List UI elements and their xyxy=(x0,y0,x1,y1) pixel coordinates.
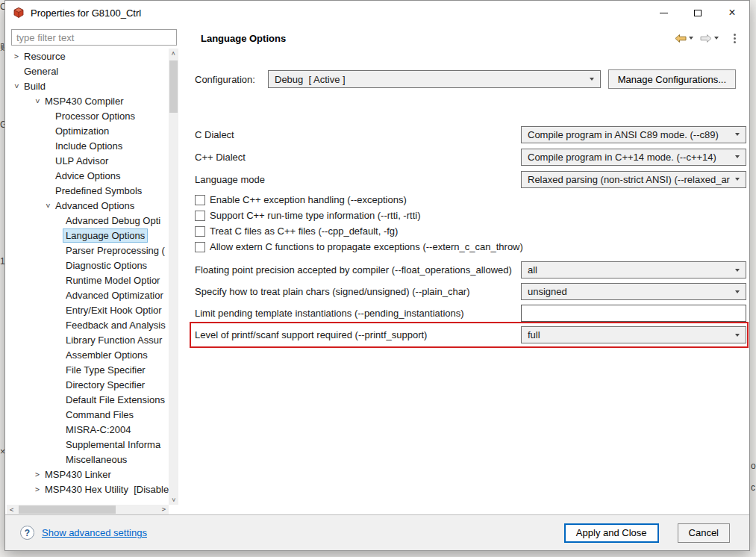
tree-item-miscellaneous[interactable]: Miscellaneous xyxy=(5,452,169,467)
tree-item-entry-exit-hook-optior[interactable]: Entry/Exit Hook Optior xyxy=(5,302,169,317)
tree-item-msp430-linker[interactable]: >MSP430 Linker xyxy=(5,467,169,482)
chevron-down-icon xyxy=(731,334,744,337)
dropdown[interactable]: Compile program in C++14 mode. (--c++14) xyxy=(521,149,746,166)
dropdown[interactable]: Relaxed parsing (non-strict ANSI) (--rel… xyxy=(521,171,746,188)
dialog-body: >ResourceGeneral>Build>MSP430 CompilerPr… xyxy=(5,25,749,514)
scroll-down-icon[interactable]: > xyxy=(169,495,178,505)
help-icon[interactable]: ? xyxy=(20,526,34,540)
tree-item-build[interactable]: >Build xyxy=(5,78,169,93)
configuration-dropdown[interactable]: Debug [ Active ] xyxy=(268,70,601,88)
minimize-button[interactable] xyxy=(646,1,681,25)
tree-item-label: MSP430 Hex Utility [Disable xyxy=(43,483,169,496)
scroll-right-icon[interactable]: > xyxy=(159,505,169,514)
checkbox-row-allow-extern-c-functions-to-propagate-exce[interactable]: Allow extern C functions to propagate ex… xyxy=(195,239,746,255)
checkbox[interactable] xyxy=(195,226,205,237)
close-button[interactable]: × xyxy=(715,1,749,25)
tree-item-label: Feedback and Analysis xyxy=(63,319,168,332)
scroll-left-icon[interactable]: > xyxy=(7,505,16,514)
tree-vertical-scrollbar[interactable]: > > xyxy=(169,49,178,505)
dropdown[interactable]: unsigned xyxy=(521,283,746,300)
tree-item-label: Library Function Assur xyxy=(63,334,164,346)
chevron-down-icon xyxy=(731,133,744,136)
tree-item-msp430-compiler[interactable]: >MSP430 Compiler xyxy=(5,93,169,108)
checkbox-row-support-c-run-time-type-information-rtti-r[interactable]: Support C++ run-time type information (-… xyxy=(195,208,746,223)
page-title: Language Options xyxy=(201,33,286,44)
chevron-down-icon xyxy=(714,37,719,40)
properties-dialog: Properties for G8100_Ctrl × >ResourceGen… xyxy=(4,0,750,551)
tree-item-general[interactable]: General xyxy=(5,63,169,78)
main-header: Language Options xyxy=(183,25,749,52)
tree-item-include-options[interactable]: Include Options xyxy=(5,138,169,153)
tree-item-runtime-model-optior[interactable]: Runtime Model Optior xyxy=(5,273,169,287)
dropdown-value: Debug [ Active ] xyxy=(275,74,585,85)
tree-item-label: Parser Preprocessing ( xyxy=(63,244,167,257)
view-menu-icon[interactable] xyxy=(731,32,739,45)
back-button[interactable] xyxy=(672,32,695,45)
show-advanced-settings-link[interactable]: Show advanced settings xyxy=(42,527,147,538)
checkbox[interactable] xyxy=(195,211,205,221)
tree-item-supplemental-informa[interactable]: Supplemental Informa xyxy=(5,437,169,452)
dropdown[interactable]: full xyxy=(521,326,746,343)
dropdown[interactable]: all xyxy=(521,261,746,278)
minimize-icon xyxy=(660,13,668,13)
tree-item-file-type-specifier[interactable]: File Type Specifier xyxy=(5,362,169,377)
forward-button[interactable] xyxy=(698,32,720,45)
main-panel: Language Options xyxy=(183,25,749,514)
tree-item-advice-options[interactable]: Advice Options xyxy=(5,168,169,183)
tree-item-command-files[interactable]: Command Files xyxy=(5,407,169,422)
properties-tree: >ResourceGeneral>Build>MSP430 CompilerPr… xyxy=(5,49,169,505)
tree-item-ulp-advisor[interactable]: ULP Advisor xyxy=(5,153,169,168)
field-row-floating-point-precision-accepted-by-compi: Floating point precision accepted by com… xyxy=(192,259,746,281)
tree-item-advanced-optimizatior[interactable]: Advanced Optimizatior xyxy=(5,287,169,302)
chevron-down-icon[interactable]: > xyxy=(34,96,42,106)
close-icon: × xyxy=(728,6,735,19)
horizontal-scrollbar-thumb[interactable] xyxy=(19,505,116,514)
tree-item-msp430-hex-utility-disable[interactable]: >MSP430 Hex Utility [Disable xyxy=(5,482,169,497)
vertical-scrollbar-thumb[interactable] xyxy=(169,60,178,113)
checkbox[interactable] xyxy=(195,195,205,205)
tree-item-diagnostic-options[interactable]: Diagnostic Options xyxy=(5,258,169,273)
tree-item-assembler-options[interactable]: Assembler Options xyxy=(5,347,169,362)
scroll-up-icon[interactable]: > xyxy=(169,49,178,58)
tree-item-label: MSP430 Compiler xyxy=(43,95,126,108)
field-label: Level of printf/scanf support required (… xyxy=(195,329,521,340)
chevron-right-icon[interactable]: > xyxy=(32,485,43,494)
dropdown-value: Relaxed parsing (non-strict ANSI) (--rel… xyxy=(528,174,731,185)
tree-item-parser-preprocessing[interactable]: Parser Preprocessing ( xyxy=(5,243,169,258)
tree-item-processor-options[interactable]: Processor Options xyxy=(5,108,169,123)
chevron-right-icon[interactable]: > xyxy=(11,52,22,60)
tree-item-library-function-assur[interactable]: Library Function Assur xyxy=(5,332,169,347)
tree-item-default-file-extensions[interactable]: Default File Extensions xyxy=(5,392,169,407)
chevron-right-icon[interactable]: > xyxy=(32,470,43,479)
tree-item-label: MSP430 Linker xyxy=(43,468,113,481)
tree-item-predefined-symbols[interactable]: Predefined Symbols xyxy=(5,183,169,198)
settings-content: Configuration: Debug [ Active ] Manage C… xyxy=(183,52,749,514)
text-input[interactable] xyxy=(521,305,746,322)
tree-item-advanced-options[interactable]: >Advanced Options xyxy=(5,198,169,213)
maximize-button[interactable] xyxy=(681,1,715,25)
filter-input[interactable] xyxy=(11,29,177,46)
dropdown-value: all xyxy=(528,264,731,276)
apply-and-close-button[interactable]: Apply and Close xyxy=(564,523,659,543)
tree-item-advanced-debug-opti[interactable]: Advanced Debug Opti xyxy=(5,213,169,228)
dropdown[interactable]: Compile program in ANSI C89 mode. (--c89… xyxy=(521,126,746,143)
tree-item-label: ULP Advisor xyxy=(53,155,110,167)
tree-item-label: Default File Extensions xyxy=(63,393,167,406)
tree-item-misra-c-2004[interactable]: MISRA-C:2004 xyxy=(5,422,169,437)
tree-item-optimization[interactable]: Optimization xyxy=(5,123,169,138)
configuration-label: Configuration: xyxy=(195,74,260,85)
tree-item-feedback-and-analysis[interactable]: Feedback and Analysis xyxy=(5,317,169,332)
checkbox-row-treat-c-files-as-c-files-cpp-default-fg[interactable]: Treat C files as C++ files (--cpp_defaul… xyxy=(195,223,746,239)
chevron-down-icon[interactable]: > xyxy=(13,81,21,91)
tree-horizontal-scrollbar[interactable]: > > xyxy=(7,505,169,514)
tree-item-resource[interactable]: >Resource xyxy=(5,49,169,63)
checkbox-row-enable-c-exception-handling-exceptions[interactable]: Enable C++ exception handling (--excepti… xyxy=(195,192,746,208)
dropdown-value: Compile program in C++14 mode. (--c++14) xyxy=(528,152,731,163)
chevron-down-icon[interactable]: > xyxy=(44,200,52,211)
checkbox[interactable] xyxy=(195,242,205,252)
tree-item-language-options[interactable]: Language Options xyxy=(5,228,169,243)
manage-configurations-button[interactable]: Manage Configurations... xyxy=(608,69,736,89)
cancel-button[interactable]: Cancel xyxy=(678,523,730,543)
tree-item-label: Include Options xyxy=(53,140,125,152)
tree-item-directory-specifier[interactable]: Directory Specifier xyxy=(5,377,169,392)
